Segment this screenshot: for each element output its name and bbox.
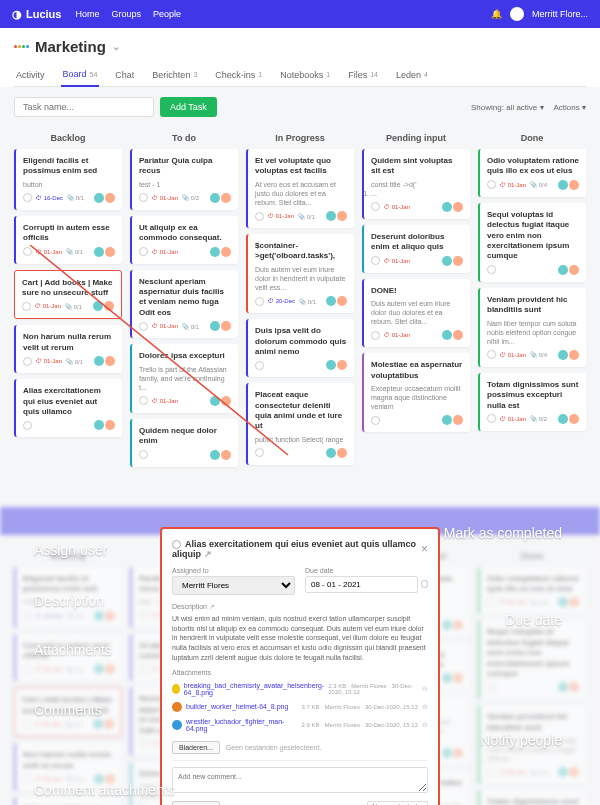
actions-menu[interactable]: Actions ▾ — [554, 103, 586, 112]
circle-icon — [371, 256, 380, 265]
comment-input[interactable] — [172, 767, 428, 793]
circle-icon — [487, 265, 496, 274]
task-card[interactable]: Quidem neque dolor enim — [130, 419, 238, 467]
circle-icon — [255, 448, 264, 457]
ann-due: Due date — [505, 612, 562, 628]
chevron-down-icon[interactable]: ⌄ — [112, 41, 120, 52]
tab-leden[interactable]: Leden4 — [394, 63, 430, 86]
delete-icon[interactable]: ⊖ — [422, 721, 428, 729]
ann-attach: Attachments — [34, 642, 112, 658]
toolbar: Add Task Showing: all active ▾ Actions ▾ — [0, 87, 600, 127]
task-card[interactable]: Quidem sint voluptas sit estconst title … — [362, 149, 470, 219]
task-card[interactable]: $container->get('olboard.tasks'),Duis au… — [246, 234, 354, 313]
circle-icon — [371, 416, 380, 425]
add-task-button[interactable]: Add Task — [160, 97, 217, 117]
ann-comments: Comments — [34, 702, 102, 718]
notify-select[interactable]: None selected ▾ — [367, 801, 428, 805]
browse-button[interactable]: Bladeren... — [172, 741, 220, 754]
attach-label: Attachments — [172, 669, 428, 676]
task-card[interactable]: Molestiae ea aspernatur voluptatibusExce… — [362, 353, 470, 432]
task-card[interactable]: Pariatur Quia culpa recustest - 1⏱ 01-Ja… — [130, 149, 238, 210]
nav-home[interactable]: Home — [75, 9, 99, 19]
task-card[interactable]: Et vel voluptate quo voluptas est facili… — [246, 149, 354, 228]
desc-text: Ut wisi enim ad minim veniam, quis nostr… — [172, 614, 428, 663]
page-title: Marketing ⌄ — [14, 38, 586, 55]
desc-label: Description ↗ — [172, 603, 428, 611]
circle-icon — [139, 247, 148, 256]
circle-icon — [139, 450, 148, 459]
ann-desc: Description — [34, 593, 104, 609]
column-header: To do — [130, 127, 238, 149]
ann-notify: Notify people — [480, 732, 562, 748]
ann-mark: Mark as completed — [444, 525, 562, 541]
clock-icon[interactable] — [421, 580, 428, 588]
tab-check-ins[interactable]: Check-ins1 — [213, 63, 264, 86]
task-card[interactable]: Deserunt doloribus enim et aliquo quis⏱ … — [362, 225, 470, 273]
task-card[interactable]: Odio voluptatem ratione quis illo ex eos… — [478, 149, 586, 197]
circle-icon — [139, 322, 148, 331]
circle-icon — [487, 350, 496, 359]
topbar: ◑ Lucius Home Groups People 🔔 Merritt Fl… — [0, 0, 600, 28]
task-card[interactable]: Ut aliquip ex ea commodo consequat.⏱ 01-… — [130, 216, 238, 264]
delete-icon[interactable]: ⊖ — [422, 685, 428, 693]
user-name[interactable]: Merritt Flore... — [532, 9, 588, 19]
nav-groups[interactable]: Groups — [111, 9, 141, 19]
tab-chat[interactable]: Chat — [113, 63, 136, 86]
task-name-input[interactable] — [14, 97, 154, 117]
task-card[interactable]: Placeat eaque consectetur deleniti quia … — [246, 383, 354, 465]
topnav: Home Groups People — [75, 9, 181, 19]
circle-icon — [371, 202, 380, 211]
no-files-text: Geen bestanden geselecteerd. — [226, 744, 322, 751]
task-card[interactable]: Eligendi facilis et possimus enim sedbut… — [14, 149, 122, 210]
comment-browse-button[interactable]: Bladeren... — [172, 801, 220, 805]
attachment-row[interactable]: builder_worker_helmet-64_8.png3.7 KB · M… — [172, 699, 428, 715]
due-date-input[interactable] — [305, 576, 418, 593]
task-card[interactable]: Duis ipsa velit do dolorum commodo quis … — [246, 319, 354, 377]
circle-icon — [23, 421, 32, 430]
task-card[interactable]: Sequi voluptas id delectus fugiat itaque… — [478, 203, 586, 282]
attachment-row[interactable]: wrestler_luchador_fighter_man-64.png2.9 … — [172, 715, 428, 735]
circle-icon — [22, 302, 31, 311]
delete-icon[interactable]: ⊖ — [422, 703, 428, 711]
tab-activity[interactable]: Activity — [14, 63, 47, 86]
circle-icon — [487, 180, 496, 189]
tabs: ActivityBoard54ChatBerichten3Check-ins1N… — [14, 63, 586, 87]
task-card[interactable]: Corrupti in autem esse officiis⏱ 01-Jan📎… — [14, 216, 122, 264]
task-modal: Alias exercitationem qui eius eveniet au… — [160, 527, 440, 805]
circle-icon — [23, 193, 32, 202]
column-header: In Progress — [246, 127, 354, 149]
tab-notebooks[interactable]: Notebooks1 — [278, 63, 332, 86]
close-icon[interactable]: × — [421, 542, 428, 556]
assigned-select[interactable]: Merritt Flores — [172, 576, 295, 595]
circle-icon — [255, 361, 264, 370]
tab-board[interactable]: Board54 — [61, 63, 100, 87]
task-card[interactable]: Totam dignissimos sunt possimus exceptur… — [478, 373, 586, 431]
nav-people[interactable]: People — [153, 9, 181, 19]
task-card[interactable]: Veniam provident hic blanditiis suntNam … — [478, 288, 586, 367]
task-card[interactable]: Nesciunt aperiam aspernatur duis facilis… — [130, 270, 238, 339]
complete-checkbox[interactable] — [172, 540, 181, 549]
column-header: Backlog — [14, 127, 122, 149]
task-card[interactable]: Alias exercitationem qui eius eveniet au… — [14, 379, 122, 437]
external-link-icon[interactable]: ↗ — [204, 549, 212, 559]
task-card[interactable]: Cart | Add books | Make sure no unsecure… — [14, 270, 122, 320]
column-header: Pending input — [362, 127, 470, 149]
ann-cattach: Comment attachments — [34, 782, 175, 798]
bell-icon[interactable]: 🔔 — [491, 9, 502, 19]
task-card[interactable]: Non harum nulla rerum velit ut rerum⏱ 01… — [14, 325, 122, 373]
task-card[interactable]: Dolores ipsa excepturiTrello is part of … — [130, 344, 238, 413]
column-header: Done — [478, 127, 586, 149]
page-header: Marketing ⌄ ActivityBoard54ChatBerichten… — [0, 28, 600, 87]
ann-assign: Assign user — [34, 542, 107, 558]
filter-showing[interactable]: Showing: all active ▾ — [471, 103, 544, 112]
circle-icon — [255, 297, 264, 306]
avatar[interactable] — [510, 7, 524, 21]
task-card[interactable]: DONE!Duis autem vel eum iriure dolor duo… — [362, 279, 470, 348]
edit-icon[interactable]: ↗ — [209, 603, 215, 610]
attachment-row[interactable]: breaking_bad_chemisrty_avatar_heisenberg… — [172, 679, 428, 699]
brand[interactable]: ◑ Lucius — [12, 8, 61, 21]
tab-berichten[interactable]: Berichten3 — [150, 63, 199, 86]
tab-files[interactable]: Files14 — [346, 63, 380, 86]
circle-icon — [139, 396, 148, 405]
board: BacklogEligendi facilis et possimus enim… — [0, 127, 600, 487]
